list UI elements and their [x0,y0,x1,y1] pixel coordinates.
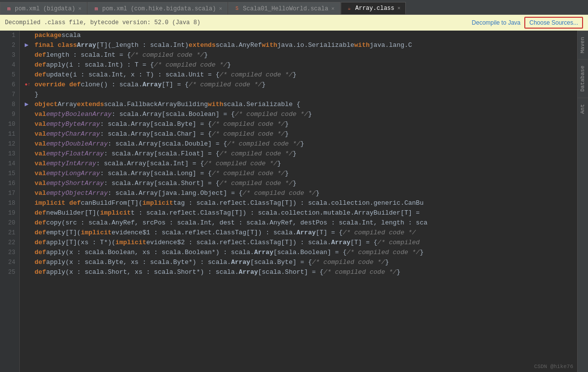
line-number-21: 21 [4,228,15,238]
code-line-16: val emptyShortArray : scala.Array[scala.… [25,179,588,188]
code-line-13: val emptyFloatArray : scala.Array[scala.… [25,149,588,159]
gutter-8: ▶ [25,100,35,110]
code-line-14: val emptyIntArray : scala.Array[scala.In… [25,159,588,169]
tab-bar: m pom.xml (bigdata) × m pom.xml (com.hik… [0,0,588,15]
code-line-3: def length : scala.Int = { /* compiled c… [25,50,588,60]
tab-label-pom-bigdata: pom.xml (bigdata) [15,5,75,12]
tab-label-pom-hike: pom.xml (com.hike.bigdata.scala) [102,5,216,12]
code-line-9: val emptyBooleanArray : scala.Array[scal… [25,110,588,119]
line-number-7: 7 [4,90,15,100]
line-number-3: 3 [4,50,15,60]
line-number-13: 13 [4,149,15,159]
line-number-4: 4 [4,60,15,70]
code-line-18: implicit def canBuildFrom[T](implicit ta… [25,198,588,208]
line-numbers: 1234567891011121314151617181920212223242… [0,31,20,372]
code-line-23: def apply(x : scala.Boolean, xs : scala.… [25,248,588,258]
database-panel-label[interactable]: Database [578,59,588,98]
line-number-5: 5 [4,70,15,80]
gutter-2: ▶ [25,40,35,50]
ant-panel-label[interactable]: Ant [578,98,588,120]
code-line-15: val emptyLongArray : scala.Array[scala.L… [25,169,588,179]
choose-sources-button[interactable]: Choose Sources... [524,17,583,29]
code-line-6: ●↑ override def clone() : scala.Array[T]… [25,80,588,90]
code-line-19: def newBuilder[T](implicit t : scala.ref… [25,208,588,218]
code-editor[interactable]: package scala▶final class Array[T](_leng… [20,31,588,372]
line-number-20: 20 [4,218,15,228]
side-panel: Maven Database Ant [577,31,588,372]
code-line-20: def copy(src : scala.AnyRef, srcPos : sc… [25,218,588,228]
code-line-21: def empty[T](implicit evidence$1 : scala… [25,228,588,238]
watermark: CSDN @hike76 [534,364,573,370]
line-number-11: 11 [4,129,15,139]
tab-close-3[interactable]: × [331,6,335,12]
tab-icon-m2: m [93,5,100,12]
line-number-22: 22 [4,238,15,248]
tab-icon-scala: S [234,5,240,12]
code-line-8: ▶object Array extends scala.FallbackArra… [25,100,588,110]
tab-icon-m1: m [5,5,12,12]
info-bar-text: Decompiled .class file, bytecode version… [5,19,200,26]
tab-close-1[interactable]: × [78,6,81,12]
line-number-19: 19 [4,208,15,218]
tab-pom-bigdata[interactable]: m pom.xml (bigdata) × [0,2,87,15]
code-line-25: def apply(x : scala.Short, xs : scala.Sh… [25,267,588,277]
line-number-15: 15 [4,169,15,179]
line-number-6: 6 [4,80,15,90]
line-number-12: 12 [4,139,15,149]
code-line-2: ▶final class Array[T](_length : scala.In… [25,40,588,50]
info-bar: Decompiled .class file, bytecode version… [0,15,588,31]
tab-close-2[interactable]: × [219,6,222,12]
line-number-16: 16 [4,179,15,188]
line-number-18: 18 [4,198,15,208]
tab-scala01[interactable]: S Scala01_HelloWorld.scala × [228,2,340,15]
tab-array-class[interactable]: ☕ Array.class × [341,2,406,15]
code-line-5: def update(i : scala.Int, x : T) : scala… [25,70,588,80]
tab-label-scala01: Scala01_HelloWorld.scala [243,5,328,12]
tab-icon-class: ☕ [346,5,353,12]
tab-label-array: Array.class [355,5,394,12]
line-number-10: 10 [4,119,15,129]
tab-pom-hike[interactable]: m pom.xml (com.hike.bigdata.scala) × [87,2,228,15]
line-number-9: 9 [4,110,15,119]
code-line-17: val emptyObjectArray : scala.Array[java.… [25,188,588,198]
line-number-24: 24 [4,258,15,267]
line-number-14: 14 [4,159,15,169]
editor-container: 1234567891011121314151617181920212223242… [0,31,588,372]
maven-panel-label[interactable]: Maven [578,31,588,59]
gutter-6: ●↑ [25,80,35,90]
code-line-4: def apply(i : scala.Int) : T = { /* comp… [25,60,588,70]
line-number-25: 25 [4,267,15,277]
code-line-1: package scala [25,31,588,40]
code-line-7: } [25,90,588,100]
code-line-24: def apply(x : scala.Byte, xs : scala.Byt… [25,258,588,267]
code-line-12: val emptyDoubleArray : scala.Array[scala… [25,139,588,149]
decompile-to-java-button[interactable]: Decompile to Java [472,17,521,29]
line-number-2: 2 [4,40,15,50]
code-line-11: val emptyCharArray : scala.Array[scala.C… [25,129,588,139]
line-number-1: 1 [4,31,15,40]
info-bar-actions: Decompile to Java Choose Sources... [472,17,583,29]
code-line-22: def apply[T](xs : T*)(implicit evidence$… [25,238,588,248]
code-line-10: val emptyByteArray : scala.Array[scala.B… [25,119,588,129]
line-number-17: 17 [4,188,15,198]
line-number-8: 8 [4,100,15,110]
tab-close-4[interactable]: × [397,5,401,11]
line-number-23: 23 [4,248,15,258]
